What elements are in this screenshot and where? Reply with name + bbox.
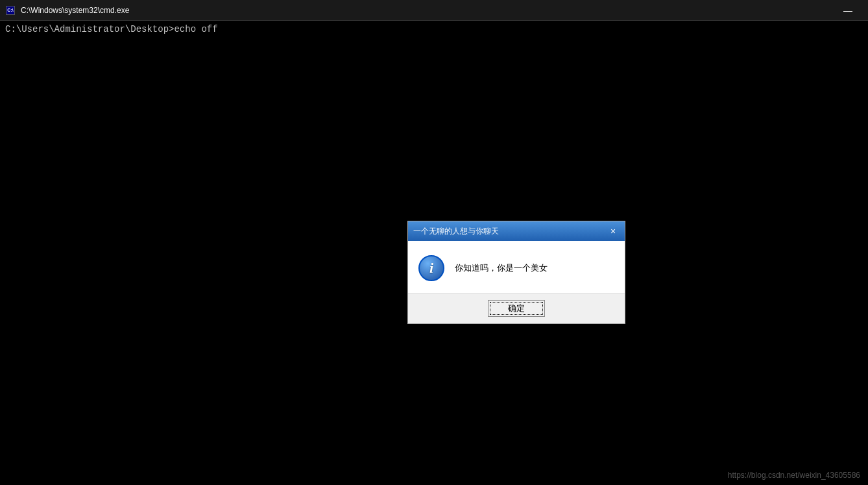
window-title: C:\Windows\system32\cmd.exe bbox=[21, 6, 129, 15]
title-bar-controls: — bbox=[833, 0, 863, 21]
cmd-line-1: C:\Users\Administrator\Desktop>echo off bbox=[5, 23, 863, 36]
dialog-title-bar: 一个无聊的人想与你聊天 × bbox=[408, 221, 625, 241]
csdn-watermark: https://blog.csdn.net/weixin_43605586 bbox=[728, 471, 860, 480]
cmd-window: C:\ C:\Windows\system32\cmd.exe — C:\Use… bbox=[0, 0, 868, 485]
info-icon-letter: i bbox=[429, 261, 433, 275]
message-dialog: 一个无聊的人想与你聊天 × i 你知道吗，你是一个美女 确定 bbox=[407, 221, 625, 324]
dialog-title: 一个无聊的人想与你聊天 bbox=[413, 226, 499, 237]
dialog-message: 你知道吗，你是一个美女 bbox=[455, 262, 548, 275]
title-bar-left: C:\ C:\Windows\system32\cmd.exe bbox=[5, 5, 129, 16]
dialog-close-button[interactable]: × bbox=[607, 225, 620, 238]
cmd-app-icon: C:\ bbox=[5, 5, 16, 16]
title-bar: C:\ C:\Windows\system32\cmd.exe — bbox=[0, 0, 868, 21]
info-icon-circle: i bbox=[418, 255, 444, 281]
minimize-button[interactable]: — bbox=[833, 0, 863, 21]
info-icon: i bbox=[418, 255, 444, 281]
dialog-body: i 你知道吗，你是一个美女 bbox=[408, 241, 625, 293]
dialog-footer: 确定 bbox=[408, 293, 625, 323]
ok-button[interactable]: 确定 bbox=[488, 300, 545, 317]
